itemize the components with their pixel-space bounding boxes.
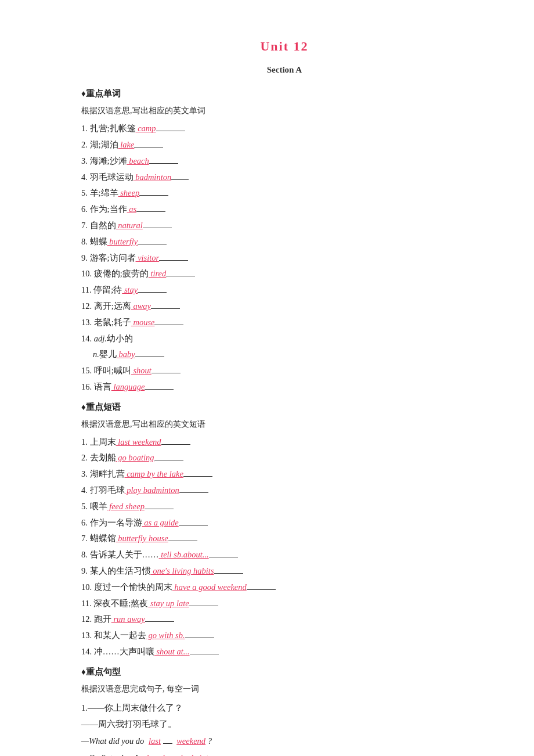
sentence-en-q-blank2: weekend bbox=[176, 736, 205, 746]
vocab-item-2: 2. 湖;湖泊 lake bbox=[81, 137, 488, 153]
vocab-answer-7: natural bbox=[116, 221, 143, 230]
vocab-answer-14b: baby bbox=[117, 350, 135, 359]
vocab-answer-10: tired bbox=[149, 269, 166, 278]
phrase-item-8: 8. 告诉某人关于…… tell sb.about... bbox=[81, 547, 488, 563]
sentence-en-q-blank1: last bbox=[149, 736, 161, 746]
phrase-answer-2: go boating bbox=[116, 453, 154, 462]
vocab-item-9: 9. 游客;访问者 visitor bbox=[81, 250, 488, 266]
vocab-answer-1: camp bbox=[136, 124, 156, 133]
sentence-en-a-blank1: played bbox=[142, 753, 165, 756]
phrase-item-5: 5. 喂羊 feed sheep bbox=[81, 499, 488, 514]
vocab-answer-2: lake bbox=[118, 140, 135, 149]
vocab-answer-9: visitor bbox=[136, 253, 160, 262]
phrase-answer-10: have a good weekend bbox=[172, 582, 247, 592]
vocab-answer-11: stay bbox=[122, 285, 138, 294]
vocab-answer-12: away bbox=[131, 301, 151, 311]
phrase-item-11: 11. 深夜不睡;熬夜 stay up late bbox=[81, 596, 488, 611]
sentence-en-a: —On Saturday, I played badminton . bbox=[81, 750, 488, 756]
phrase-item-3: 3. 湖畔扎营 camp by the lake bbox=[81, 466, 488, 482]
vocab-header: ♦重点单词 bbox=[81, 86, 488, 102]
vocab-item-6: 6. 作为;当作 as bbox=[81, 201, 488, 217]
sentence-en-q-suffix: ? bbox=[208, 736, 212, 746]
vocab-item-7: 7. 自然的 natural bbox=[81, 218, 488, 233]
phrase-answer-3: camp by the lake bbox=[125, 469, 183, 478]
sentence-instruction: 根据汉语意思完成句子, 每空一词 bbox=[81, 682, 488, 697]
vocab-item-10: 10. 疲倦的;疲劳的 tired bbox=[81, 266, 488, 282]
vocab-item-4: 4. 羽毛球运动 badminton bbox=[81, 170, 488, 185]
phrase-answer-4: play badminton bbox=[125, 485, 179, 495]
vocab-item-3: 3. 海滩;沙滩 beach bbox=[81, 153, 488, 169]
vocab-instruction: 根据汉语意思,写出相应的英文单词 bbox=[81, 103, 488, 118]
phrase-item-12: 12. 跑开 run away bbox=[81, 611, 488, 627]
sentence-header: ♦重点句型 bbox=[81, 664, 488, 681]
vocab-list: 1. 扎营;扎帐篷 camp 2. 湖;湖泊 lake 3. 海滩;沙滩 bea… bbox=[81, 121, 488, 395]
vocab-item-12: 12. 离开;远离 away bbox=[81, 298, 488, 314]
phrase-list: 1. 上周末 last weekend 2. 去划船 go boating 3.… bbox=[81, 434, 488, 660]
vocab-item-14b: n.婴儿 baby bbox=[93, 347, 488, 362]
phrase-answer-11: stay up late bbox=[148, 599, 189, 608]
vocab-item-15: 15. 呼叫;喊叫 shout bbox=[81, 363, 488, 379]
vocab-answer-13: mouse bbox=[131, 318, 155, 327]
phrase-answer-8: tell sb.about... bbox=[159, 550, 209, 559]
phrase-item-2: 2. 去划船 go boating bbox=[81, 450, 488, 466]
vocab-answer-16: language bbox=[111, 382, 145, 391]
sentence-cn-a1: ——周六我打羽毛球了。 bbox=[81, 717, 488, 732]
vocab-answer-8: butterfly bbox=[107, 237, 138, 246]
phrase-answer-13: go with sb. bbox=[146, 631, 185, 640]
phrase-header: ♦重点短语 bbox=[81, 399, 488, 416]
vocab-item-11: 11. 停留;待 stay bbox=[81, 282, 488, 298]
sentence-cn-q: 1.——你上周末做什么了？ bbox=[81, 700, 488, 716]
sentence-en-a-blank2: badminton bbox=[181, 753, 217, 756]
vocab-item-8: 8. 蝴蝶 butterfly bbox=[81, 234, 488, 250]
phrase-answer-5: feed sheep bbox=[107, 502, 145, 511]
phrase-item-6: 6. 作为一名导游 as a guide bbox=[81, 515, 488, 531]
phrase-item-7: 7. 蝴蝶馆 butterfly house bbox=[81, 531, 488, 546]
vocab-item-16: 16. 语言 language bbox=[81, 379, 488, 395]
vocab-answer-6: as bbox=[127, 204, 137, 214]
phrase-item-10: 10. 度过一个愉快的周末 have a good weekend bbox=[81, 579, 488, 595]
phrase-answer-9: one's living habits bbox=[151, 566, 214, 575]
vocab-item-14a: 14. adj.幼小的 bbox=[81, 331, 488, 347]
vocab-item-5: 5. 羊;绵羊 sheep bbox=[81, 185, 488, 201]
phrase-item-4: 4. 打羽毛球 play badminton bbox=[81, 483, 488, 498]
phrase-item-14: 14. 冲……大声叫嚷 shout at... bbox=[81, 644, 488, 660]
vocab-answer-15: shout bbox=[131, 366, 151, 375]
phrase-answer-7: butterfly house bbox=[116, 534, 168, 543]
phrase-answer-6: as a guide bbox=[142, 518, 179, 527]
phrase-answer-12: run away bbox=[111, 614, 145, 624]
sentence-en-q: —What did you do last weekend ? bbox=[81, 733, 488, 749]
sentence-en-a-suffix: . bbox=[219, 753, 221, 756]
phrase-instruction: 根据汉语意思,写出相应的英文短语 bbox=[81, 417, 488, 432]
phrase-item-13: 13. 和某人一起去 go with sb. bbox=[81, 628, 488, 643]
unit-title: Unit 12 bbox=[81, 35, 488, 59]
phrase-answer-1: last weekend bbox=[116, 437, 161, 447]
vocab-answer-3: beach bbox=[127, 156, 149, 165]
vocab-item-1: 1. 扎营;扎帐篷 camp bbox=[81, 121, 488, 136]
phrase-item-9: 9. 某人的生活习惯 one's living habits bbox=[81, 563, 488, 579]
sentence-en-q-prefix: —What did you do bbox=[81, 736, 144, 746]
vocab-item-13: 13. 老鼠;耗子 mouse bbox=[81, 315, 488, 330]
sentence-en-a-prefix: —On Saturday, I bbox=[81, 753, 138, 756]
sentence-block: 1.——你上周末做什么了？ ——周六我打羽毛球了。 —What did you … bbox=[81, 700, 488, 756]
vocab-answer-5: sheep bbox=[118, 188, 140, 197]
section-title: Section A bbox=[81, 62, 488, 78]
phrase-item-1: 1. 上周末 last weekend bbox=[81, 434, 488, 450]
vocab-answer-4: badminton bbox=[134, 172, 172, 182]
phrase-answer-14: shout at... bbox=[154, 647, 190, 656]
